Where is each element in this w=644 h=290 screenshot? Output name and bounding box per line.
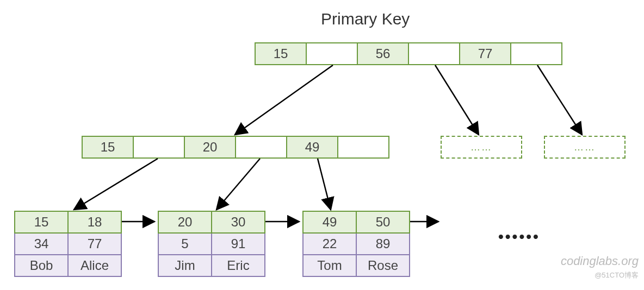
root-ptr-1 [408, 42, 460, 65]
leaf-0-key-1: 18 [68, 211, 121, 233]
subtree-placeholder-1: …… [441, 136, 522, 159]
root-ptr-0 [306, 42, 358, 65]
root-key-2: 77 [459, 42, 511, 65]
leaf-node-1: 20 30 5 91 Jim Eric [158, 211, 265, 277]
leaf-2-key-0: 49 [303, 211, 356, 233]
watermark-51cto: @51CTO博客 [595, 270, 639, 280]
leaf-1-key-1: 30 [212, 211, 265, 233]
leaf-0-d0-0: 34 [15, 233, 68, 255]
svg-line-2 [537, 65, 582, 135]
leaf-1-d1-0: Jim [158, 255, 212, 276]
leaf-2-d1-1: Rose [356, 255, 410, 276]
watermark-codinglabs: codinglabs.org [561, 254, 639, 268]
leaf-0-d1-1: Alice [68, 255, 121, 276]
subtree-placeholder-2: …… [544, 136, 626, 159]
leaf-0-d1-0: Bob [15, 255, 68, 276]
leaf-ellipsis: •••••• [498, 228, 540, 245]
svg-line-1 [435, 65, 479, 135]
svg-line-5 [318, 159, 331, 210]
internal-ptr-1 [235, 136, 287, 159]
internal-key-0: 15 [82, 136, 134, 159]
leaf-2-d0-1: 89 [356, 233, 410, 255]
leaf-0-key-0: 15 [15, 211, 68, 233]
svg-line-3 [74, 159, 158, 210]
root-key-0: 15 [255, 42, 307, 65]
leaf-1-d1-1: Eric [212, 255, 265, 276]
root-key-1: 56 [357, 42, 409, 65]
svg-line-4 [216, 159, 260, 210]
svg-line-0 [235, 65, 333, 135]
internal-ptr-0 [133, 136, 185, 159]
root-node: 15 56 77 [255, 42, 562, 65]
leaf-1-key-0: 20 [158, 211, 212, 233]
internal-ptr-2 [337, 136, 389, 159]
leaf-1-d0-0: 5 [158, 233, 212, 255]
leaf-2-d1-0: Tom [303, 255, 356, 276]
leaf-2-key-1: 50 [356, 211, 410, 233]
internal-key-2: 49 [286, 136, 338, 159]
internal-node: 15 20 49 [82, 136, 389, 159]
leaf-node-0: 15 18 34 77 Bob Alice [14, 211, 122, 277]
leaf-2-d0-0: 22 [303, 233, 356, 255]
leaf-0-d0-1: 77 [68, 233, 121, 255]
internal-key-1: 20 [184, 136, 236, 159]
root-ptr-2 [510, 42, 562, 65]
leaf-1-d0-1: 91 [212, 233, 265, 255]
leaf-node-2: 49 50 22 89 Tom Rose [302, 211, 410, 277]
diagram-title: Primary Key [321, 10, 410, 28]
